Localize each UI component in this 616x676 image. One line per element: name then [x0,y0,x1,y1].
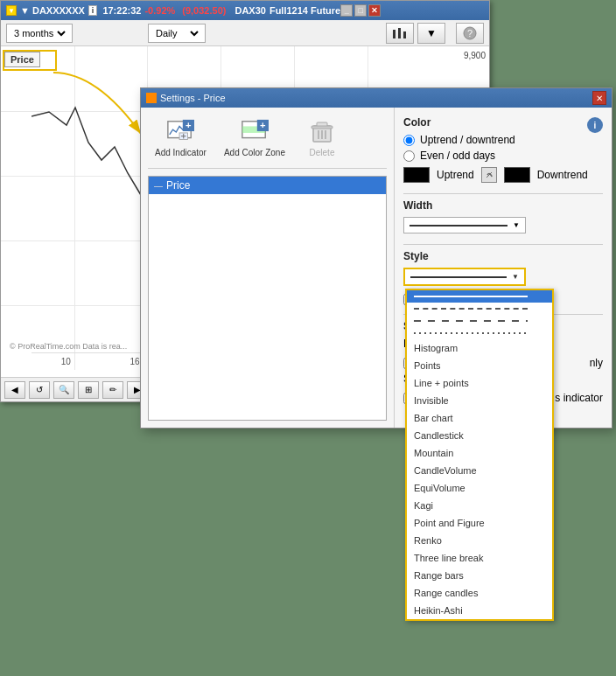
width-section: Width ▼ [403,199,603,233]
extra-btn[interactable]: ? [456,23,484,44]
style-dropdown-arrow: ▼ [512,273,519,281]
color-info-btn[interactable]: i [587,117,603,133]
dropdown-histogram[interactable]: Histogram [407,339,552,357]
add-color-zone-button[interactable]: + Add Color Zone [217,115,292,161]
svg-text:+: + [260,120,266,130]
info-icon: i [594,121,597,130]
dropdown-line-points[interactable]: Line + points [407,374,552,392]
set-as-suffix: s indicator [555,392,603,404]
item-price[interactable]: — Price [149,177,386,194]
style-section: Style ▼ [403,250,603,286]
dropdown-point-figure[interactable]: Point and Figure [407,514,552,532]
settings-close[interactable]: ✕ [592,91,606,105]
link-icon[interactable] [481,167,497,183]
close-btn[interactable]: ✕ [368,4,381,17]
chart-type-btn[interactable] [386,23,414,44]
evenodd-radio[interactable] [403,150,415,162]
equivolume-label: EquiVolume [414,483,466,493]
divider1 [403,193,603,194]
line-points-label: Line + points [414,378,469,388]
uptrend-radio[interactable] [403,135,415,146]
color-section: Color i Uptrend / downtrend Even / odd d… [403,116,603,183]
dropdown-candlestick[interactable]: Candlestick [407,427,552,444]
width-select[interactable]: ▼ [403,217,526,233]
full-name: Full1214 Future [270,5,340,16]
color-swatches-row: Uptrend Downtrend [403,167,603,183]
style-select[interactable]: ▼ [403,268,526,286]
dropdown-renko[interactable]: Renko [407,532,552,549]
fwd-btn[interactable]: ↺ [29,381,50,399]
minimize-btn[interactable]: _ [340,4,353,17]
dropdown-candlevolume[interactable]: CandleVolume [407,462,552,479]
item-bullet: — [154,181,163,191]
dropdown-invisible[interactable]: Invisible [407,392,552,409]
dropdown-dotted[interactable] [407,327,552,339]
solid-line-icon [414,296,528,297]
axis-16: 16 [130,357,139,366]
price-change: -0.92% [144,5,175,16]
style-line-preview [410,276,507,278]
svg-text:?: ? [467,28,472,38]
settings-btn[interactable]: ▼ [417,23,445,44]
axis-10: 10 [61,357,71,366]
settings-icon [146,93,157,103]
dropdown-range-candles[interactable]: Range candles [407,584,552,602]
svg-rect-1 [398,28,401,38]
delete-label: Delete [310,148,335,157]
dotted-icon [414,332,528,334]
chart-icon: ▼ [6,5,17,16]
dropdown-points[interactable]: Points [407,357,552,374]
chart-toolbar: 3 months 1 month 6 months Daily Weekly ▼ [1,20,489,46]
dashed2-icon [414,320,528,322]
grid-btn[interactable]: ⊞ [78,381,99,399]
draw-btn[interactable]: ✏ [102,381,123,399]
chart-time: 17:22:32 [102,5,141,16]
item-label: Price [166,179,190,192]
svg-text:+: + [186,120,192,130]
dropdown-range-bars[interactable]: Range bars [407,567,552,584]
width-dropdown-arrow: ▼ [513,221,520,229]
delete-button[interactable]: Delete [296,115,348,161]
uptrend-color-label: Uptrend [437,169,474,181]
add-indicator-button[interactable]: + Add Indicator [148,115,214,161]
evenodd-radio-row: Even / odd days [403,150,603,162]
dashed1-icon [414,308,528,310]
add-color-zone-label: Add Color Zone [224,148,285,157]
heikin-ashi-label: Heikin-Ashi [414,605,463,616]
range-candles-label: Range candles [414,588,478,598]
three-line-label: Three line break [414,553,484,563]
dropdown-three-line[interactable]: Three line break [407,549,552,567]
dropdown-bar-chart[interactable]: Bar chart [407,409,552,427]
range-bars-label: Range bars [414,570,464,581]
interval-select[interactable]: Daily Weekly [148,24,206,43]
uptrend-label: Uptrend / downtrend [420,134,515,146]
style-dropdown-menu: Histogram Points Line + points Invisible… [405,289,554,621]
dropdown-mountain[interactable]: Mountain [407,444,552,462]
downtrend-color-label: Downtrend [537,169,588,181]
info-badge[interactable]: i [88,5,98,16]
dropdown-dashed2[interactable] [407,315,552,327]
dropdown-equivolume[interactable]: EquiVolume [407,479,552,497]
item-list: — Price [148,176,387,421]
delete-icon [308,118,336,146]
vertical-suffix: nly [590,357,603,369]
dropdown-kagi[interactable]: Kagi [407,497,552,514]
settings-toolbar: + Add Indicator [148,115,387,169]
add-indicator-label: Add Indicator [155,148,206,157]
back-btn[interactable]: ◀ [4,381,25,399]
period-select[interactable]: 3 months 1 month 6 months [6,24,73,43]
dropdown-heikin-ashi[interactable]: Heikin-Ashi [407,602,552,619]
downtrend-swatch[interactable] [504,167,530,183]
histogram-label: Histogram [414,343,458,353]
dropdown-dashed1[interactable] [407,303,552,315]
points-label: Points [414,360,441,371]
invisible-label: Invisible [414,395,449,406]
maximize-btn[interactable]: □ [354,4,367,17]
uptrend-swatch[interactable] [403,167,430,183]
evenodd-label: Even / odd days [420,150,495,162]
dropdown-solid[interactable] [407,290,552,303]
add-color-zone-icon: + [241,118,269,146]
color-title: Color [403,116,430,129]
zoom-btn[interactable]: 🔍 [53,381,74,399]
settings-title: Settings - Price [160,93,226,103]
